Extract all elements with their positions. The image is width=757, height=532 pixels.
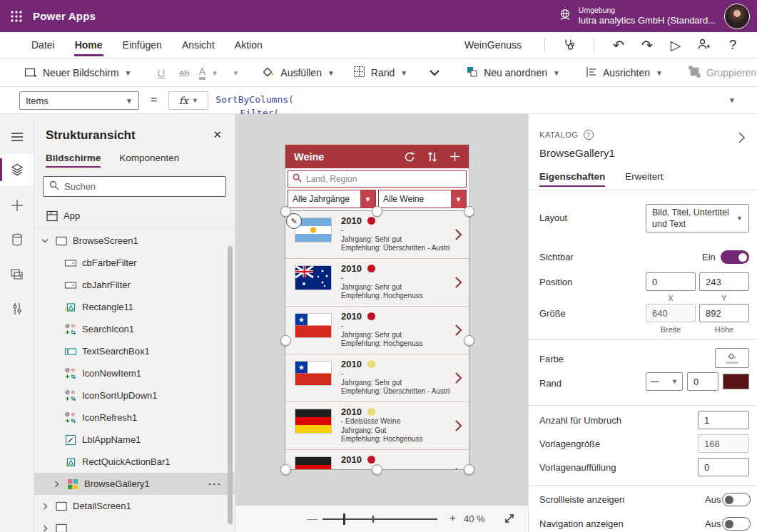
zoom-out-icon[interactable]: — (307, 512, 317, 524)
tree-item[interactable]: Rectangle11 (34, 296, 235, 318)
rail-hamburger-icon[interactable] (0, 121, 34, 153)
layout-dropdown[interactable]: Bild, Titel, Untertitel und Text ▼ (646, 204, 749, 232)
year-filter-dropdown[interactable]: Alle Jahrgänge ▼ (288, 190, 376, 208)
tree-search-input[interactable] (64, 181, 220, 192)
selection-handle-bottom-right[interactable] (464, 464, 474, 475)
tree-item[interactable]: BrowseGallery1 ··· (34, 473, 235, 495)
zoom-slider-handle[interactable] (343, 513, 345, 525)
undo-icon[interactable]: ↶ (604, 37, 633, 53)
sort-icon[interactable] (427, 151, 437, 163)
row-chevron-icon[interactable] (454, 228, 462, 244)
panel-collapse-icon[interactable] (738, 131, 746, 146)
app-checker-icon[interactable] (555, 38, 584, 52)
tree-chevron-down-icon[interactable] (40, 238, 50, 243)
size-width-input[interactable]: 640 (646, 304, 696, 322)
tree-chevron-right-icon[interactable] (40, 525, 50, 532)
template-padding-input[interactable]: 0 (698, 458, 749, 476)
template-size-input[interactable]: 168 (698, 434, 749, 453)
border-button[interactable]: Rand▼ (346, 61, 415, 84)
selection-handle-bottom-center[interactable] (372, 464, 382, 475)
tree-item[interactable]: IconNewItem1 (34, 362, 235, 384)
tree-item[interactable]: LblAppName1 (34, 429, 235, 451)
tree-item[interactable]: cbJahrFilter (34, 274, 235, 296)
selection-handle-bottom-left[interactable] (280, 464, 291, 475)
rail-media-icon[interactable] (0, 259, 34, 290)
tree-item[interactable]: App (34, 205, 235, 226)
environment-picker[interactable]: Umgebung lutra analytics GmbH (Standard.… (558, 6, 716, 26)
row-chevron-icon[interactable] (454, 467, 462, 469)
underline-button[interactable]: U (151, 61, 173, 84)
tree-item[interactable]: IconRefresh1 (34, 406, 235, 429)
row-chevron-icon[interactable] (454, 324, 462, 339)
size-height-input[interactable]: 892 (699, 304, 749, 322)
edit-pencil-icon[interactable]: ✎ (286, 213, 302, 229)
selection-handle-top-right[interactable] (464, 206, 474, 217)
tree-scrollbar[interactable] (228, 246, 233, 524)
tree-item[interactable]: RectQuickActionBar1 (34, 451, 235, 473)
row-chevron-icon[interactable] (454, 419, 462, 435)
color-picker-button[interactable] (715, 348, 749, 368)
tree-item[interactable]: TextSearchBox1 (34, 340, 235, 362)
tree-item[interactable]: BrowseScreen1 (34, 230, 235, 252)
help-circle-icon[interactable]: ? (584, 130, 594, 140)
font-color-button[interactable]: A▼ (196, 61, 220, 84)
selection-handle-mid-left[interactable] (280, 335, 291, 346)
rail-insert-icon[interactable] (0, 190, 34, 221)
rail-data-icon[interactable] (0, 224, 34, 255)
app-search-box[interactable] (288, 170, 467, 188)
navigation-toggle[interactable] (722, 517, 751, 531)
tab-eigenschaften[interactable]: Eigenschaften (539, 171, 605, 187)
close-icon[interactable]: ✕ (213, 128, 222, 141)
menu-item-ansicht[interactable]: Ansicht (172, 32, 225, 58)
border-color-swatch[interactable] (723, 374, 749, 389)
group-button[interactable]: Gruppieren▼ (681, 61, 757, 84)
scrollbar-toggle[interactable] (722, 493, 751, 506)
menu-item-einfuegen[interactable]: Einfügen (113, 32, 172, 58)
tree-item[interactable] (34, 517, 235, 532)
redo-icon[interactable]: ↷ (633, 37, 661, 53)
selection-handle-top-center[interactable] (372, 206, 382, 217)
row-chevron-icon[interactable] (454, 372, 462, 387)
tree-search-box[interactable] (43, 176, 226, 197)
browse-gallery[interactable]: 2010 - Jahrgang: Sehr gut Empfehlung: Üb… (285, 211, 469, 469)
rail-settings-icon[interactable] (0, 293, 34, 324)
tree-item[interactable]: cbFarbeFilter (34, 252, 235, 274)
ribbon-overflow-icon[interactable] (422, 61, 447, 84)
wrap-count-input[interactable]: 1 (698, 411, 749, 429)
play-preview-icon[interactable]: ▷ (661, 37, 690, 53)
align-button[interactable]: Ausrichten▼ (579, 61, 670, 84)
more-options-icon[interactable]: ··· (208, 479, 222, 489)
gallery-row[interactable]: 2010 - Jahrgang: Sehr gut Empfehlung: Ho… (285, 307, 469, 354)
new-screen-button[interactable]: Neuer Bildschirm▼ (17, 61, 139, 84)
help-icon[interactable]: ? (718, 37, 747, 53)
refresh-icon[interactable] (404, 151, 415, 163)
zoom-in-icon[interactable]: + (449, 511, 456, 523)
selection-handle-mid-right[interactable] (464, 335, 474, 346)
row-chevron-icon[interactable] (454, 276, 462, 292)
waffle-menu-icon[interactable] (0, 0, 33, 32)
wine-filter-dropdown[interactable]: Alle Weine ▼ (378, 190, 467, 208)
position-y-input[interactable]: 243 (699, 272, 749, 291)
formula-expand-icon[interactable]: ▼ (728, 96, 736, 104)
reorder-button[interactable]: Neu anordnen▼ (459, 61, 567, 84)
fill-button[interactable]: Ausfüllen▼ (255, 61, 342, 84)
tab-bildschirme[interactable]: Bildschirme (46, 153, 101, 168)
share-icon[interactable] (690, 38, 718, 52)
menu-item-datei[interactable]: Datei (21, 32, 65, 58)
tab-komponenten[interactable]: Komponenten (119, 153, 179, 168)
zoom-slider[interactable] (322, 518, 437, 520)
tab-erweitert[interactable]: Erweitert (625, 171, 663, 187)
tree-item[interactable]: SearchIcon1 (34, 318, 235, 340)
rail-tree-view-icon[interactable] (0, 154, 34, 185)
border-style-dropdown[interactable]: — ▼ (646, 372, 683, 391)
tree-item[interactable]: DetailScreen1 (34, 495, 235, 517)
gallery-row[interactable]: 2010 - Jahrgang: Sehr gut Empfehlung: Üb… (285, 354, 469, 402)
visible-toggle[interactable] (721, 250, 749, 264)
app-header-bar[interactable]: Weine (285, 145, 469, 168)
position-x-input[interactable]: 0 (646, 272, 696, 291)
fullscreen-icon[interactable] (504, 513, 515, 527)
menu-item-home[interactable]: Home (65, 32, 113, 58)
tree-chevron-right-icon[interactable] (40, 503, 50, 510)
app-search-input[interactable] (306, 174, 462, 184)
strikethrough-button[interactable]: ab (172, 61, 196, 84)
